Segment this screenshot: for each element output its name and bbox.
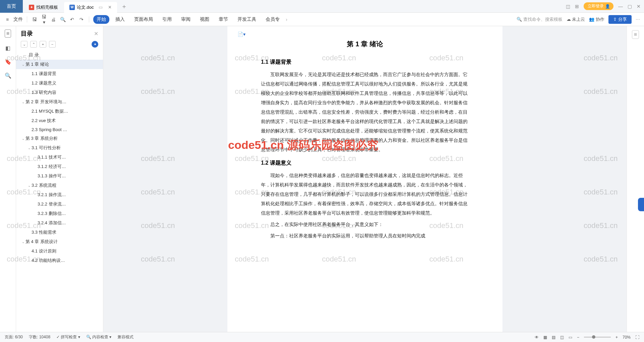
grid-icon[interactable]: ⊞ <box>575 4 579 9</box>
content-check-toggle[interactable]: 🔍 内容检查 ▾ <box>86 334 112 340</box>
outline-item[interactable]: 1.2 课题意义 <box>16 78 103 88</box>
remove-item-icon[interactable]: − <box>49 41 56 48</box>
spellcheck-toggle[interactable]: ✓ 拼写检查 ▾ <box>56 334 80 340</box>
zoom-level[interactable]: 70% <box>623 335 631 340</box>
outline-item[interactable]: ⌄第 1 章 绪论 <box>16 60 103 69</box>
tab-add[interactable]: ＋ <box>121 2 127 10</box>
outline-icon[interactable]: ≡ <box>5 30 11 38</box>
bookmark-icon[interactable]: 🔖 <box>5 59 11 65</box>
nav-icon[interactable]: ◧ <box>5 45 10 51</box>
outline-item[interactable]: 3.2.4 添加信… <box>16 218 103 228</box>
docx-icon: ✦ <box>29 5 34 10</box>
save-as-icon[interactable]: 🖫▾ <box>41 14 47 25</box>
search-box[interactable]: 🔍 查找命令、搜索模板 <box>517 16 562 22</box>
zoom-in-icon[interactable]: + <box>615 335 618 340</box>
ribbon-tab-chapter[interactable]: 章节 <box>215 15 231 24</box>
word-count[interactable]: 字数: 10408 <box>29 334 50 340</box>
view-outline-icon[interactable]: ◫ <box>560 335 564 340</box>
save-icon[interactable]: 🖫 <box>31 17 38 22</box>
outline-item[interactable]: 3.3 性能需求 <box>16 228 103 237</box>
outline-item[interactable]: ⌄第 2 章 开发环境与… <box>16 97 103 107</box>
outline-close-icon[interactable]: ✕ <box>94 31 98 37</box>
outline-badge-icon[interactable]: ✦ <box>92 41 98 48</box>
ribbon-more-icon[interactable]: › <box>286 17 287 22</box>
eye-icon[interactable]: 👁 <box>535 335 539 340</box>
titlebar: 首页 ✦ 找稻壳模板 W 论文.doc ▭ ✕ ＋ ◫ ⊞ 立即登录 👤 — ▢… <box>0 0 644 13</box>
undo-icon[interactable]: ↶ <box>69 17 75 22</box>
outline-item[interactable]: ⌄3.2 系统流程 <box>16 181 103 190</box>
compat-mode: 兼容模式 <box>117 334 133 340</box>
menu-icon[interactable]: ≡ <box>4 17 11 22</box>
tab-label: 论文.doc <box>77 4 94 10</box>
zoom-slider[interactable] <box>584 337 611 338</box>
collapse-all-icon[interactable]: ⌄ <box>21 41 28 48</box>
ribbon-tab-insert[interactable]: 插入 <box>112 15 128 24</box>
rail-menu-icon[interactable]: ≡ <box>632 30 639 39</box>
outline-item[interactable]: 3.1.1 技术可… <box>16 153 103 162</box>
tab-label: 找稻壳模板 <box>36 4 58 10</box>
outline-item[interactable]: 2.1 MYSQL 数据… <box>16 107 103 116</box>
close-window-icon[interactable]: ✕ <box>637 4 641 9</box>
maximize-icon[interactable]: ▢ <box>628 4 632 9</box>
share-button[interactable]: ⇪ 分享 <box>608 15 632 24</box>
outline-item[interactable]: 3.1.3 操作可… <box>16 171 103 181</box>
paragraph: 第一点：社区养老服务平台的实际运用，可以帮助管理人员在短时间内完成 <box>261 231 469 240</box>
login-button[interactable]: 立即登录 👤 <box>584 2 613 10</box>
outline-item[interactable]: ⌄第 4 章 系统设计 <box>16 237 103 246</box>
add-item-icon[interactable]: + <box>40 41 46 48</box>
layout-icon[interactable]: ◫ <box>566 4 570 9</box>
cloud-status[interactable]: ☁ 未上云 <box>567 16 585 22</box>
ribbon-tab-devtools[interactable]: 开发工具 <box>234 15 260 24</box>
outline-item[interactable]: 2.3 Spring Boot … <box>16 125 103 134</box>
statusbar: 页面: 6/30 字数: 10408 ✓ 拼写检查 ▾ 🔍 内容检查 ▾ 兼容模… <box>0 332 644 342</box>
ribbon-tab-references[interactable]: 引用 <box>159 15 175 24</box>
view-read-icon[interactable]: ▭ <box>569 335 572 340</box>
doc-tag-icon[interactable]: 📄▾ <box>237 32 246 37</box>
file-menu[interactable]: 文件 <box>13 16 23 22</box>
redo-icon[interactable]: ↷ <box>78 17 85 22</box>
outline-item[interactable]: ⌄第 3 章 系统分析 <box>16 134 103 143</box>
ribbon-tab-view[interactable]: 视图 <box>197 15 213 24</box>
outline-item[interactable]: 2.2 vue 技术 <box>16 116 103 125</box>
word-icon: W <box>69 5 75 10</box>
ribbon-tab-member[interactable]: 会员专 <box>262 15 283 24</box>
fit-icon[interactable]: ⛶ <box>635 335 639 340</box>
outline-item[interactable]: 1.1 课题背景 <box>16 69 103 78</box>
outline-list: 目 录⌄第 1 章 绪论1.1 课题背景1.2 课题意义1.3 研究内容⌄第 2… <box>16 50 103 332</box>
outline-item[interactable]: 3.2.2 登录流… <box>16 199 103 209</box>
outline-item[interactable]: 3.2.1 操作流… <box>16 190 103 199</box>
minimize-icon[interactable]: — <box>618 4 623 9</box>
outline-item[interactable]: 4.1 设计原则 <box>16 246 103 256</box>
paragraph: 现如今，信息种类变得越来越多，信息的容量也变得越来越大，这就是信息时代的标志。近… <box>261 171 469 218</box>
outline-item[interactable]: 4.2 功能结构设… <box>16 256 103 265</box>
side-tab[interactable] <box>638 198 644 211</box>
page-indicator[interactable]: 页面: 6/30 <box>5 334 23 340</box>
outline-item[interactable]: 目 录 <box>16 50 103 60</box>
paragraph: 互联网发展至今，无论是其理论还是技术都已经成熟，而且它广泛参与在社会中的方方面面… <box>261 70 469 154</box>
zoom-out-icon[interactable]: − <box>577 335 579 340</box>
avatar-icon: 👤 <box>605 4 610 9</box>
tab-home[interactable]: 首页 <box>0 0 23 13</box>
expand-all-icon[interactable]: ⌃ <box>30 41 37 48</box>
outline-item[interactable]: 3.2.3 删除信… <box>16 209 103 218</box>
close-icon[interactable]: ✕ <box>108 5 112 10</box>
outline-title: 目录 <box>21 30 33 38</box>
print-icon[interactable]: 🖨 <box>50 17 57 22</box>
view-web-icon[interactable]: ▤ <box>552 335 555 340</box>
outline-item[interactable]: ⌄3.1 可行性分析 <box>16 143 103 153</box>
chapter-heading: 第 1 章 绪论 <box>261 40 469 49</box>
preview-icon[interactable]: 🔍 <box>59 17 66 22</box>
tab-document[interactable]: W 论文.doc ▭ ✕ <box>64 2 117 13</box>
view-page-icon[interactable]: ▦ <box>543 335 547 340</box>
ribbon-overflow-icon[interactable]: ⋯ <box>636 17 640 22</box>
document-area[interactable]: 📄▾ 第 1 章 绪论 1.1 课题背景 互联网发展至今，无论是其理论还是技术都… <box>103 26 627 332</box>
ribbon-tab-review[interactable]: 审阅 <box>178 15 194 24</box>
ribbon-tab-layout[interactable]: 页面布局 <box>131 15 156 24</box>
search-icon[interactable]: 🔍 <box>5 72 11 79</box>
outline-item[interactable]: 3.1.2 经济可… <box>16 162 103 171</box>
ribbon-tab-start[interactable]: 开始 <box>93 15 109 24</box>
outline-item[interactable]: 1.3 研究内容 <box>16 88 103 97</box>
collab-button[interactable]: 👥 协作 <box>589 16 604 22</box>
tab-template[interactable]: ✦ 找稻壳模板 <box>23 2 63 13</box>
tab-window-icon[interactable]: ▭ <box>99 5 103 10</box>
